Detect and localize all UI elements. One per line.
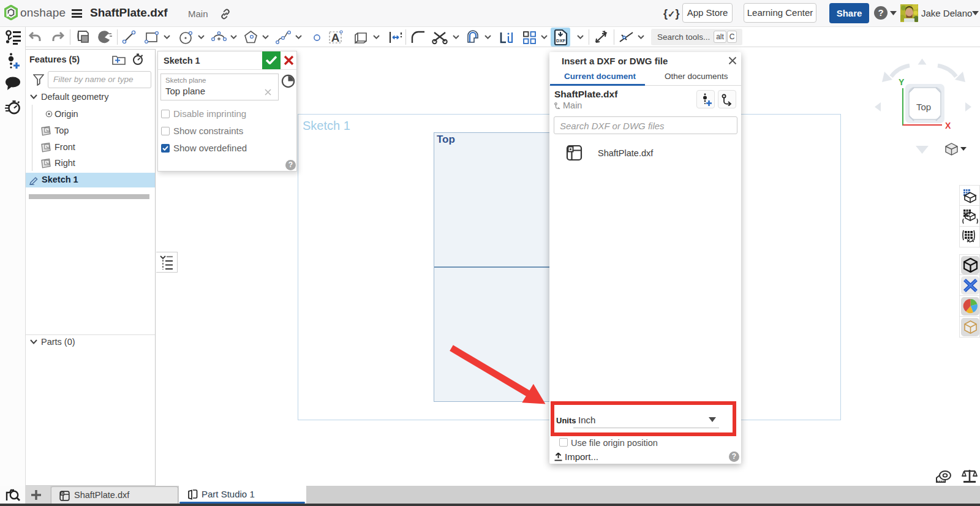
svg-text:A: A: [331, 31, 340, 44]
svg-text:Top: Top: [916, 102, 931, 112]
svg-text:Y: Y: [899, 77, 905, 87]
svg-text:X: X: [945, 121, 951, 130]
svg-text:DXF: DXF: [556, 38, 565, 43]
